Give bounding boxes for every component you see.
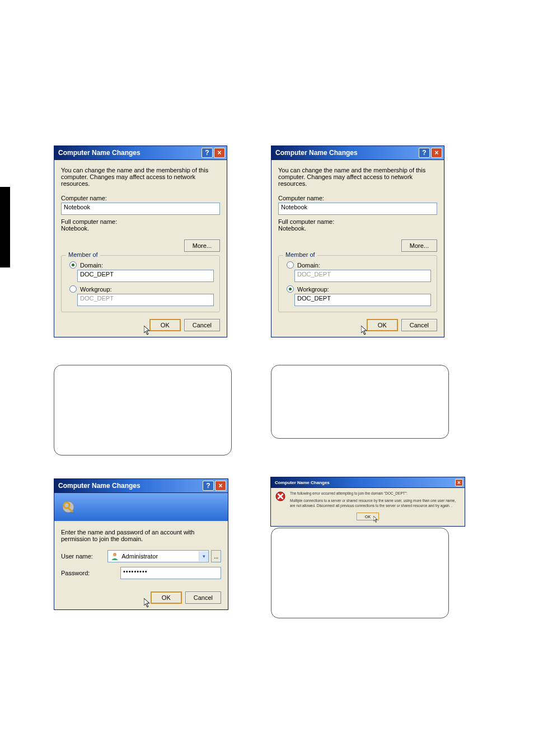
radio-domain[interactable]: Domain: (69, 261, 214, 269)
ok-button[interactable]: OK (357, 513, 379, 520)
user-icon (110, 552, 119, 561)
note-area (54, 365, 232, 456)
svg-point-3 (113, 553, 116, 556)
dropdown-icon[interactable]: ▾ (199, 551, 208, 561)
workgroup-input: DOC_DEPT (77, 294, 214, 306)
radio-domain-label: Domain: (80, 262, 103, 269)
help-icon[interactable]: ? (419, 148, 430, 158)
user-name-input[interactable] (121, 552, 199, 561)
member-of-legend: Member of (66, 251, 100, 258)
credentials-banner (54, 493, 228, 521)
radio-workgroup-label: Workgroup: (297, 286, 329, 293)
member-of-legend: Member of (283, 251, 317, 258)
domain-input[interactable]: DOC_DEPT (77, 270, 214, 282)
note-area (271, 365, 449, 439)
computer-name-label: Computer name: (61, 195, 220, 201)
radio-domain[interactable]: Domain: (287, 261, 431, 269)
dialog-title: Computer Name Changes (56, 482, 140, 490)
title-bar: Computer Name Changes ? × (271, 146, 444, 160)
help-icon[interactable]: ? (202, 148, 213, 158)
close-icon[interactable]: × (214, 148, 225, 158)
credentials-dialog: Computer Name Changes ? × Enter the name… (54, 478, 228, 610)
computer-name-label: Computer name: (278, 195, 437, 201)
browse-button[interactable]: ... (211, 550, 221, 562)
dialog-title: Computer Name Changes (273, 480, 330, 485)
radio-workgroup[interactable]: Workgroup: (69, 285, 214, 293)
ok-button[interactable]: OK (367, 319, 398, 331)
radio-icon (287, 261, 294, 269)
full-computer-name-label: Full computer name: (61, 218, 220, 225)
cancel-button[interactable]: Cancel (401, 319, 437, 331)
computer-name-changes-dialog-workgroup: Computer Name Changes ? × You can change… (271, 145, 444, 337)
domain-input: DOC_DEPT (294, 270, 431, 282)
error-line1: The following error occurred attempting … (290, 491, 460, 496)
close-icon[interactable]: × (455, 479, 463, 486)
full-computer-name-label: Full computer name: (278, 218, 437, 225)
radio-domain-label: Domain: (297, 262, 320, 269)
workgroup-input[interactable]: DOC_DEPT (294, 294, 431, 306)
radio-workgroup-label: Workgroup: (80, 286, 112, 293)
computer-name-input[interactable]: Notebook (61, 203, 220, 215)
more-button[interactable]: More... (401, 240, 437, 252)
page-side-tab (0, 187, 10, 267)
computer-name-changes-dialog-domain: Computer Name Changes ? × You can change… (54, 145, 227, 337)
cancel-button[interactable]: Cancel (185, 591, 221, 604)
note-area (271, 528, 449, 618)
close-icon[interactable]: × (431, 148, 442, 158)
password-label: Password: (61, 570, 120, 576)
more-button[interactable]: More... (184, 240, 220, 252)
dialog-description: You can change the name and the membersh… (61, 167, 220, 187)
full-computer-name-value: Notebook. (61, 225, 220, 232)
radio-icon (69, 285, 77, 293)
error-text: The following error occurred attempting … (290, 491, 460, 508)
dialog-title: Computer Name Changes (273, 149, 358, 157)
close-icon[interactable]: × (215, 481, 226, 491)
title-bar: Computer Name Changes × (271, 477, 465, 488)
keys-icon (59, 497, 78, 516)
member-of-group: Member of Domain: DOC_DEPT Workgroup: DO… (278, 255, 437, 312)
radio-icon (69, 261, 77, 269)
user-name-combo[interactable]: ▾ (107, 550, 209, 562)
title-bar: Computer Name Changes ? × (54, 479, 228, 493)
user-name-label: User name: (61, 553, 107, 560)
dialog-title: Computer Name Changes (56, 149, 140, 157)
ok-button[interactable]: OK (149, 319, 181, 331)
dialog-description: You can change the name and the membersh… (278, 167, 437, 187)
credentials-instruction: Enter the name and password of an accoun… (61, 529, 221, 542)
error-line2: Multiple connections to a server or shar… (290, 499, 460, 509)
member-of-group: Member of Domain: DOC_DEPT Workgroup: DO… (61, 255, 220, 312)
full-computer-name-value: Notebook. (278, 225, 437, 232)
error-icon (275, 491, 285, 501)
radio-icon (287, 285, 294, 293)
cancel-button[interactable]: Cancel (184, 319, 220, 331)
radio-workgroup[interactable]: Workgroup: (287, 285, 431, 293)
ok-button[interactable]: OK (151, 591, 182, 604)
password-input[interactable]: ••••••••• (120, 567, 221, 579)
title-bar: Computer Name Changes ? × (54, 146, 227, 160)
error-dialog: Computer Name Changes × The following er… (270, 477, 465, 527)
help-icon[interactable]: ? (203, 481, 214, 491)
computer-name-input[interactable]: Notebook (278, 203, 437, 215)
